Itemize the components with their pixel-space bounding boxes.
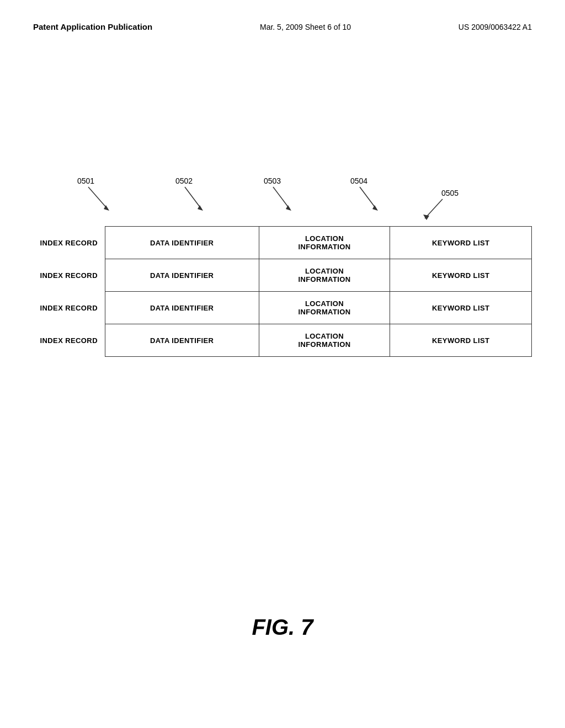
keyword-list-4: KEYWORD LIST [390, 324, 532, 357]
svg-line-0 [88, 187, 108, 209]
index-record-3: INDEX RECORD [33, 292, 105, 324]
publication-date-sheet: Mar. 5, 2009 Sheet 6 of 10 [260, 23, 351, 31]
table-row: INDEX RECORD DATA IDENTIFIER LOCATIONINF… [33, 259, 532, 292]
location-info-4: LOCATIONINFORMATION [259, 324, 390, 357]
svg-marker-7 [372, 205, 378, 211]
page-header: Patent Application Publication Mar. 5, 2… [33, 22, 532, 37]
data-identifier-4: DATA IDENTIFIER [105, 324, 259, 357]
publication-title: Patent Application Publication [33, 22, 152, 31]
arrow-0501 [83, 184, 116, 215]
table-row: INDEX RECORD DATA IDENTIFIER LOCATIONINF… [33, 324, 532, 357]
diagram-area: 0501 0502 0503 [33, 176, 532, 357]
arrow-0503 [268, 184, 301, 215]
data-table: INDEX RECORD DATA IDENTIFIER LOCATIONINF… [33, 226, 532, 357]
keyword-list-2: KEYWORD LIST [390, 259, 532, 292]
svg-line-6 [360, 187, 376, 209]
index-record-4: INDEX RECORD [33, 324, 105, 357]
keyword-list-1: KEYWORD LIST [390, 227, 532, 259]
arrow-0504 [354, 184, 387, 215]
index-record-1: INDEX RECORD [33, 227, 105, 259]
table-row: INDEX RECORD DATA IDENTIFIER LOCATIONINF… [33, 227, 532, 259]
arrow-0502 [179, 184, 212, 215]
keyword-list-3: KEYWORD LIST [390, 292, 532, 324]
page: Patent Application Publication Mar. 5, 2… [0, 0, 565, 728]
figure-label: FIG. 7 [0, 615, 565, 640]
svg-line-2 [185, 187, 201, 209]
svg-marker-3 [198, 205, 203, 211]
location-info-3: LOCATIONINFORMATION [259, 292, 390, 324]
table-row: INDEX RECORD DATA IDENTIFIER LOCATIONINF… [33, 292, 532, 324]
svg-marker-5 [286, 205, 291, 211]
location-info-2: LOCATIONINFORMATION [259, 259, 390, 292]
svg-marker-9 [423, 215, 429, 220]
location-info-1: LOCATIONINFORMATION [259, 227, 390, 259]
arrow-0505 [419, 196, 452, 224]
svg-line-4 [273, 187, 290, 209]
publication-number: US 2009/0063422 A1 [459, 23, 532, 31]
index-record-2: INDEX RECORD [33, 259, 105, 292]
data-identifier-1: DATA IDENTIFIER [105, 227, 259, 259]
data-identifier-2: DATA IDENTIFIER [105, 259, 259, 292]
data-identifier-3: DATA IDENTIFIER [105, 292, 259, 324]
